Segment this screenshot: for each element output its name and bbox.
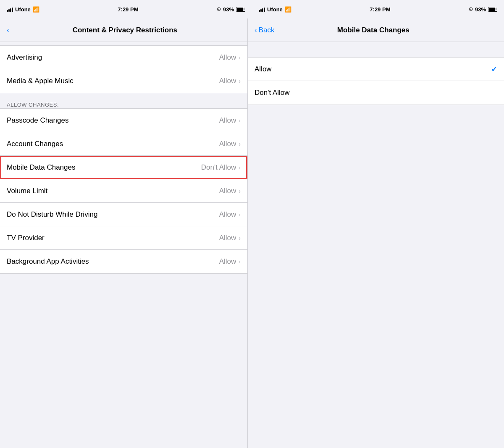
do-not-disturb-label: Do Not Disturb While Driving xyxy=(7,210,97,219)
options-top-spacer xyxy=(248,42,504,57)
mobile-data-changes-chevron: › xyxy=(239,164,241,171)
volume-limit-item[interactable]: Volume Limit Allow › xyxy=(0,179,247,203)
location-icon-left: ☉ xyxy=(217,7,221,12)
media-item[interactable]: Media & Apple Music Allow › xyxy=(0,69,247,93)
carrier-name-left: Ufone xyxy=(15,6,31,13)
location-icon-right: ☉ xyxy=(469,7,473,12)
allow-option-label: Allow xyxy=(255,65,272,73)
advertising-chevron: › xyxy=(239,54,241,61)
account-changes-value: Allow xyxy=(219,140,236,148)
do-not-disturb-item[interactable]: Do Not Disturb While Driving Allow › xyxy=(0,203,247,226)
right-back-chevron: ‹ xyxy=(255,26,257,34)
signal-bars-right xyxy=(259,7,265,12)
top-settings-list: Advertising Allow › Media & Apple Music … xyxy=(0,45,247,93)
right-status-right: ☉ 93% xyxy=(469,6,497,13)
account-changes-label: Account Changes xyxy=(7,140,63,148)
media-right: Allow › xyxy=(219,77,241,85)
main-content: ‹ Content & Privacy Restrictions Adverti… xyxy=(0,18,504,448)
right-back-button[interactable]: ‹ Back xyxy=(255,26,274,34)
battery-icon-left xyxy=(236,7,245,12)
passcode-changes-right: Allow › xyxy=(219,116,241,125)
right-nav-title: Mobile Data Changes xyxy=(274,26,497,34)
left-panel: ‹ Content & Privacy Restrictions Adverti… xyxy=(0,18,248,448)
right-nav-bar: ‹ Back Mobile Data Changes xyxy=(248,18,504,42)
tv-provider-value: Allow xyxy=(219,234,236,242)
dont-allow-option[interactable]: Don't Allow xyxy=(248,81,504,105)
battery-percent-right: 93% xyxy=(475,6,486,13)
top-spacer xyxy=(0,42,247,45)
dont-allow-option-label: Don't Allow xyxy=(255,89,290,97)
left-nav-title: Content & Privacy Restrictions xyxy=(9,26,241,34)
allow-changes-spacer: ALLOW CHANGES: xyxy=(0,93,247,108)
status-bar: Ufone 📶 7:29 PM ☉ 93% Ufone 📶 7:29 PM xyxy=(0,0,504,18)
carrier-name-right: Ufone xyxy=(267,6,283,13)
tv-provider-item[interactable]: TV Provider Allow › xyxy=(0,226,247,250)
account-changes-item[interactable]: Account Changes Allow › xyxy=(0,132,247,156)
tv-provider-right: Allow › xyxy=(219,234,241,242)
battery-icon-right xyxy=(488,7,497,12)
status-bar-left: Ufone 📶 7:29 PM ☉ 93% xyxy=(0,0,252,18)
advertising-item[interactable]: Advertising Allow › xyxy=(0,46,247,69)
left-nav-bar: ‹ Content & Privacy Restrictions xyxy=(0,18,247,42)
passcode-changes-chevron: › xyxy=(239,117,241,124)
media-chevron: › xyxy=(239,78,241,84)
allow-option[interactable]: Allow ✓ xyxy=(248,58,504,81)
background-app-right: Allow › xyxy=(219,257,241,266)
mobile-data-changes-value: Don't Allow xyxy=(201,163,236,172)
battery-percent-left: 93% xyxy=(223,6,234,13)
advertising-label: Advertising xyxy=(7,53,42,62)
left-carrier-icons: Ufone 📶 xyxy=(7,6,39,13)
tv-provider-label: TV Provider xyxy=(7,234,45,242)
mobile-data-changes-item[interactable]: Mobile Data Changes Don't Allow › xyxy=(0,156,247,179)
right-panel: ‹ Back Mobile Data Changes Allow ✓ Don't… xyxy=(248,18,504,448)
mobile-data-changes-right: Don't Allow › xyxy=(201,163,241,172)
volume-limit-right: Allow › xyxy=(219,187,241,195)
background-app-chevron: › xyxy=(239,258,241,265)
right-carrier-icons: Ufone 📶 xyxy=(259,6,291,13)
background-app-value: Allow xyxy=(219,257,236,266)
tv-provider-chevron: › xyxy=(239,235,241,241)
mobile-data-changes-label: Mobile Data Changes xyxy=(7,163,75,172)
background-app-item[interactable]: Background App Activities Allow › xyxy=(0,250,247,273)
right-back-label: Back xyxy=(259,26,275,34)
do-not-disturb-chevron: › xyxy=(239,211,241,218)
allow-checkmark: ✓ xyxy=(491,65,497,74)
time-left: 7:29 PM xyxy=(118,6,138,13)
volume-limit-chevron: › xyxy=(239,188,241,194)
right-status-left: ☉ 93% xyxy=(217,6,245,13)
account-changes-right: Allow › xyxy=(219,140,241,148)
account-changes-chevron: › xyxy=(239,141,241,147)
volume-limit-value: Allow xyxy=(219,187,236,195)
do-not-disturb-value: Allow xyxy=(219,210,236,219)
advertising-right: Allow › xyxy=(219,53,241,62)
time-right: 7:29 PM xyxy=(370,6,390,13)
background-app-label: Background App Activities xyxy=(7,257,89,266)
options-list: Allow ✓ Don't Allow xyxy=(248,57,504,105)
passcode-changes-label: Passcode Changes xyxy=(7,116,68,125)
advertising-value: Allow xyxy=(219,53,236,62)
wifi-icon-left: 📶 xyxy=(33,6,39,13)
passcode-changes-value: Allow xyxy=(219,116,236,125)
wifi-icon-right: 📶 xyxy=(285,6,291,13)
do-not-disturb-right: Allow › xyxy=(219,210,241,219)
media-label: Media & Apple Music xyxy=(7,77,74,85)
passcode-changes-item[interactable]: Passcode Changes Allow › xyxy=(0,109,247,132)
media-value: Allow xyxy=(219,77,236,85)
volume-limit-label: Volume Limit xyxy=(7,187,47,195)
status-bar-right: Ufone 📶 7:29 PM ☉ 93% xyxy=(252,0,504,18)
changes-settings-list: Passcode Changes Allow › Account Changes… xyxy=(0,108,247,274)
signal-bars-left xyxy=(7,7,13,12)
